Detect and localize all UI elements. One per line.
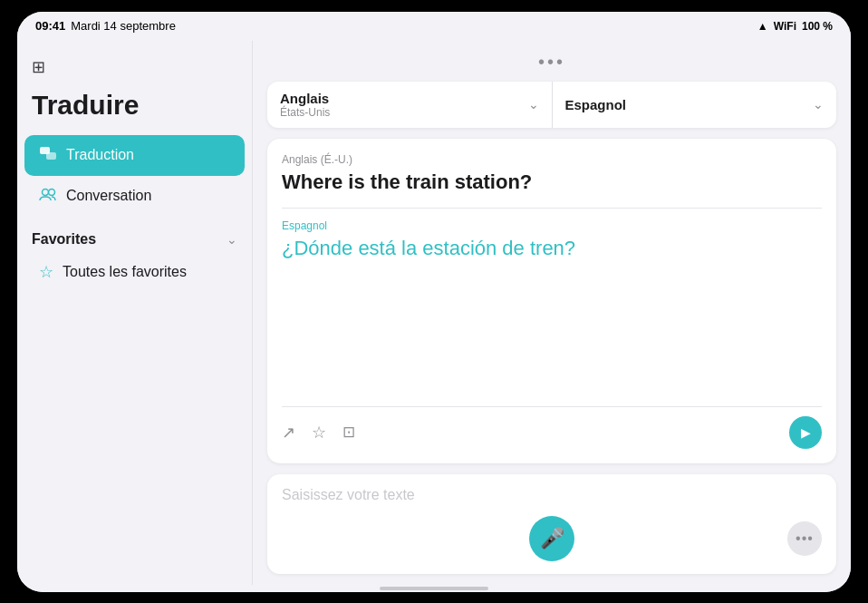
sidebar-item-traduction[interactable]: Traduction (24, 135, 245, 176)
language-bar: Anglais États-Unis ⌄ Espagnol ⌄ (267, 82, 836, 128)
favorites-title: Favorites (32, 231, 96, 248)
status-left: 09:41 Mardi 14 septembre (35, 19, 176, 33)
all-favorites-item[interactable]: ☆ Toutes les favorites (24, 253, 245, 291)
input-actions: 🎤 ••• (282, 516, 822, 561)
more-icon: ••• (796, 530, 814, 547)
input-area: Saisissez votre texte 🎤 ••• (267, 474, 836, 574)
translation-card: Anglais (É.-U.) Where is the train stati… (267, 139, 836, 463)
play-icon: ▶ (801, 425, 811, 440)
conversation-icon (39, 185, 57, 208)
more-options-button[interactable]: ••• (787, 521, 822, 556)
sidebar-toggle-btn[interactable]: ⊞ (17, 52, 252, 90)
mic-icon: 🎤 (540, 527, 564, 550)
favorites-section-header[interactable]: Favorites ⌄ (17, 217, 252, 253)
sidebar: ⊞ Traduire Traduction (17, 41, 253, 585)
target-language-selector[interactable]: Espagnol ⌄ (553, 82, 837, 128)
copy-icon: ⊡ (342, 423, 355, 441)
home-indicator (17, 585, 851, 592)
mic-button[interactable]: 🎤 (529, 516, 574, 561)
copy-button[interactable]: ⊡ (342, 423, 355, 442)
expand-icon: ↗ (282, 423, 295, 442)
svg-point-3 (49, 189, 55, 195)
card-actions: ↗ ☆ ⊡ ▶ (282, 406, 822, 449)
status-right: ▲ WiFi 100 % (757, 20, 833, 33)
status-bar: 09:41 Mardi 14 septembre ▲ WiFi 100 % (17, 12, 851, 41)
target-lang-label: Espagnol (282, 219, 822, 232)
sidebar-item-conversation[interactable]: Conversation (24, 176, 245, 217)
input-placeholder[interactable]: Saisissez votre texte (282, 487, 822, 503)
signal-icon: ▲ (757, 20, 768, 33)
wifi-icon: WiFi (774, 20, 796, 33)
status-date: Mardi 14 septembre (71, 19, 176, 33)
status-time: 09:41 (35, 19, 65, 33)
conversation-label: Conversation (66, 188, 151, 204)
svg-point-2 (43, 189, 49, 195)
source-language-name: Anglais (280, 91, 330, 106)
all-favorites-label: Toutes les favorites (63, 264, 187, 280)
target-language-name: Espagnol (565, 97, 627, 112)
star-icon: ☆ (39, 262, 53, 282)
source-language-selector[interactable]: Anglais États-Unis ⌄ (267, 82, 553, 128)
main-layout: ⊞ Traduire Traduction (17, 41, 851, 585)
content-area: ••• Anglais États-Unis ⌄ Espagnol ⌄ (253, 41, 851, 585)
favorite-button[interactable]: ☆ (312, 423, 326, 443)
sidebar-toggle-icon: ⊞ (32, 58, 45, 76)
play-button[interactable]: ▶ (789, 416, 822, 449)
device-frame: 09:41 Mardi 14 septembre ▲ WiFi 100 % ⊞ … (17, 12, 851, 592)
target-language-chevron-icon: ⌄ (813, 97, 824, 112)
home-bar (380, 587, 488, 590)
target-text: ¿Dónde está la estación de tren? (282, 236, 822, 394)
source-language-chevron-icon: ⌄ (528, 97, 539, 112)
expand-button[interactable]: ↗ (282, 423, 295, 443)
app-title: Traduire (17, 90, 252, 135)
source-lang-label: Anglais (É.-U.) (282, 153, 822, 166)
source-text: Where is the train station? (282, 170, 822, 196)
star-action-icon: ☆ (312, 423, 326, 442)
card-action-icons: ↗ ☆ ⊡ (282, 423, 355, 443)
battery-icon: 100 % (802, 20, 833, 33)
svg-rect-1 (46, 152, 56, 160)
traduction-icon (39, 144, 57, 167)
translation-divider (282, 208, 822, 209)
source-language-sub: États-Unis (280, 106, 330, 119)
favorites-chevron-icon: ⌄ (227, 232, 237, 247)
three-dots-menu[interactable]: ••• (267, 52, 836, 73)
traduction-label: Traduction (66, 147, 134, 163)
